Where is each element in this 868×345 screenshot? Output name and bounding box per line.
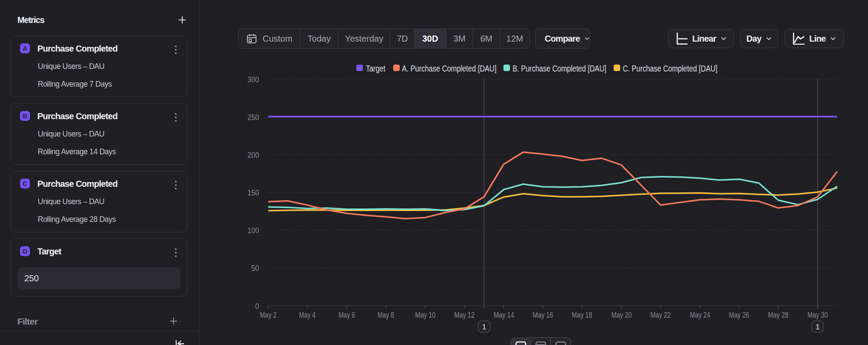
svg-text:250: 250	[247, 113, 259, 122]
svg-text:1: 1	[482, 323, 486, 331]
svg-text:May 10: May 10	[415, 311, 436, 319]
svg-text:May 2: May 2	[260, 311, 276, 319]
svg-text:May 20: May 20	[612, 311, 632, 319]
svg-text:100: 100	[247, 226, 259, 235]
svg-text:50: 50	[251, 264, 259, 273]
svg-text:May 24: May 24	[690, 311, 710, 319]
svg-text:150: 150	[247, 188, 259, 197]
svg-text:May 16: May 16	[533, 311, 553, 319]
svg-text:May 26: May 26	[729, 311, 750, 319]
svg-text:C. Purchase Completed [DAU]: C. Purchase Completed [DAU]	[623, 64, 717, 73]
svg-text:Target: Target	[366, 64, 385, 73]
svg-text:200: 200	[247, 150, 259, 159]
svg-text:May 28: May 28	[768, 311, 789, 319]
svg-text:May 22: May 22	[651, 311, 671, 319]
svg-text:May 30: May 30	[808, 311, 828, 319]
svg-text:May 8: May 8	[378, 311, 394, 319]
svg-text:May 18: May 18	[572, 311, 592, 319]
svg-text:1: 1	[815, 323, 819, 331]
svg-text:May 14: May 14	[494, 311, 514, 319]
svg-text:May 4: May 4	[299, 311, 316, 319]
svg-text:May 6: May 6	[339, 311, 355, 319]
svg-text:B. Purchase Completed [DAU]: B. Purchase Completed [DAU]	[513, 64, 606, 73]
svg-text:A. Purchase Completed [DAU]: A. Purchase Completed [DAU]	[402, 64, 496, 73]
svg-text:May 12: May 12	[454, 311, 475, 319]
svg-text:0: 0	[255, 302, 259, 311]
svg-text:300: 300	[247, 75, 259, 84]
